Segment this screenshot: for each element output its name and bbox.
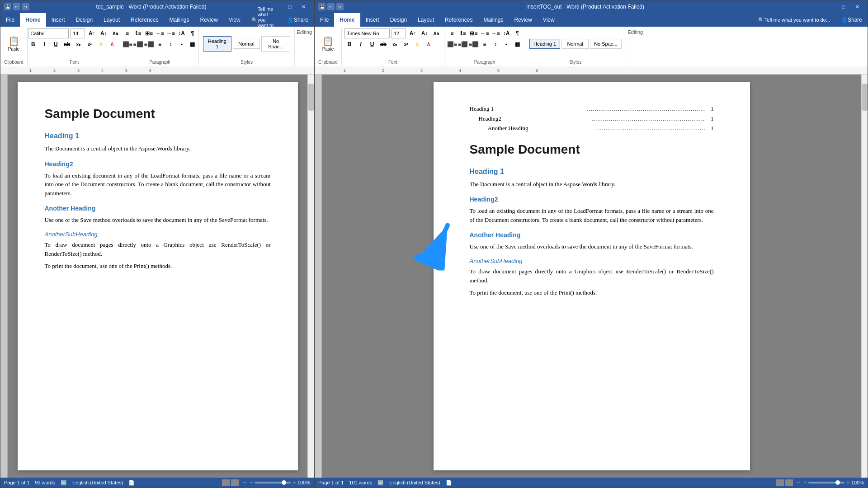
- right-scrollbar[interactable]: [861, 75, 868, 478]
- right-share-btn[interactable]: 👤 Share: [835, 13, 868, 27]
- left-view-print[interactable]: [213, 479, 221, 486]
- right-redo-icon[interactable]: ↪: [336, 3, 344, 10]
- left-bold-btn[interactable]: B: [28, 39, 38, 49]
- left-indent-decrease-btn[interactable]: ←≡: [155, 28, 165, 38]
- left-style-normal[interactable]: Normal: [233, 39, 260, 49]
- left-font-name-input[interactable]: [28, 28, 69, 38]
- undo-icon[interactable]: ↩: [13, 3, 20, 10]
- left-view-buttons[interactable]: [213, 479, 239, 486]
- left-scrollbar[interactable]: [307, 75, 314, 478]
- left-tab-file[interactable]: File: [0, 13, 20, 27]
- left-subscript-btn[interactable]: x₂: [73, 39, 83, 49]
- left-tab-mailings[interactable]: Mailings: [164, 13, 194, 27]
- right-close-btn[interactable]: ✕: [850, 0, 864, 13]
- right-align-left-btn[interactable]: ⬛≡: [447, 39, 457, 49]
- right-highlight-btn[interactable]: A: [412, 39, 422, 49]
- right-clear-format-btn[interactable]: Aa: [431, 28, 441, 38]
- save-icon[interactable]: 💾: [4, 3, 11, 10]
- left-tab-view[interactable]: View: [223, 13, 246, 27]
- right-font-grow-btn[interactable]: A↑: [408, 28, 418, 38]
- right-shading-btn[interactable]: ▪: [501, 39, 511, 49]
- left-tab-review[interactable]: Review: [194, 13, 223, 27]
- right-justify-btn[interactable]: ≡: [480, 39, 490, 49]
- left-underline-btn[interactable]: U: [51, 39, 61, 49]
- left-tab-home[interactable]: Home: [20, 13, 46, 27]
- right-title-icons[interactable]: 💾 ↩ ↪: [318, 3, 344, 10]
- left-strikethrough-btn[interactable]: ab: [62, 39, 72, 49]
- left-font-size-input[interactable]: [71, 28, 85, 38]
- left-font-shrink-btn[interactable]: A↓: [99, 28, 108, 38]
- left-style-heading1[interactable]: Heading 1: [203, 36, 231, 52]
- right-paste-btn[interactable]: 📋 Paste: [319, 34, 337, 53]
- right-font-shrink-btn[interactable]: A↓: [420, 28, 429, 38]
- right-superscript-btn[interactable]: x²: [401, 39, 411, 49]
- right-minimize-btn[interactable]: ─: [823, 0, 837, 13]
- left-title-icons[interactable]: 💾 ↩ ↪: [4, 3, 29, 10]
- left-close-btn[interactable]: ✕: [297, 0, 310, 13]
- right-tab-home[interactable]: Home: [334, 13, 360, 27]
- right-align-center-btn[interactable]: ≡⬛: [458, 39, 468, 49]
- right-save-icon[interactable]: 💾: [318, 3, 326, 10]
- right-multilevel-btn[interactable]: ⊞≡: [469, 28, 479, 38]
- left-italic-btn[interactable]: I: [39, 39, 49, 49]
- right-view-web[interactable]: [776, 479, 784, 486]
- left-align-right-btn[interactable]: ≡⬛: [144, 39, 154, 49]
- left-align-left-btn[interactable]: ⬛≡: [123, 39, 132, 49]
- right-zoom-plus[interactable]: +: [846, 480, 849, 485]
- left-font-grow-btn[interactable]: A↑: [87, 28, 97, 38]
- right-indent-decrease-btn[interactable]: ←≡: [480, 28, 490, 38]
- right-tab-view[interactable]: View: [538, 13, 560, 27]
- right-view-read[interactable]: [785, 479, 793, 486]
- left-zoom-slider[interactable]: [255, 482, 291, 483]
- right-doc-scroll-area[interactable]: Heading 1 ..............................…: [322, 75, 861, 478]
- left-align-center-btn[interactable]: ≡⬛: [133, 39, 143, 49]
- left-tab-insert[interactable]: Insert: [46, 13, 71, 27]
- right-style-normal[interactable]: Normal: [561, 39, 589, 49]
- left-zoom-plus[interactable]: +: [292, 480, 295, 485]
- right-tab-references[interactable]: References: [439, 13, 478, 27]
- left-borders-btn[interactable]: ▦: [188, 39, 198, 49]
- left-tab-layout[interactable]: Layout: [98, 13, 125, 27]
- right-style-heading1[interactable]: Heading 1: [529, 39, 560, 49]
- right-window-controls[interactable]: ─ □ ✕: [823, 0, 864, 13]
- left-restore-btn[interactable]: □: [283, 0, 297, 13]
- right-restore-btn[interactable]: □: [837, 0, 850, 13]
- left-bullets-btn[interactable]: ≡: [123, 28, 132, 38]
- right-bold-btn[interactable]: B: [344, 39, 354, 49]
- left-tab-references[interactable]: References: [125, 13, 164, 27]
- right-sort-btn[interactable]: ↕A: [501, 28, 511, 38]
- left-view-read[interactable]: [231, 479, 239, 486]
- right-view-print[interactable]: [767, 479, 775, 486]
- right-view-buttons[interactable]: [767, 479, 793, 486]
- left-numbering-btn[interactable]: 1≡: [133, 28, 143, 38]
- left-view-web[interactable]: [222, 479, 230, 486]
- left-multilevel-btn[interactable]: ⊞≡: [144, 28, 154, 38]
- left-tab-design[interactable]: Design: [71, 13, 98, 27]
- right-undo-icon[interactable]: ↩: [327, 3, 335, 10]
- left-doc-scroll-area[interactable]: Sample Document Heading 1 The Document i…: [8, 75, 307, 478]
- right-indent-increase-btn[interactable]: →≡: [491, 28, 500, 38]
- right-tell-me[interactable]: 🔍 Tell me what you want to do...: [753, 13, 835, 27]
- right-zoom-slider[interactable]: [808, 482, 844, 483]
- right-zoom-minus[interactable]: −: [804, 480, 807, 485]
- right-scroll-thumb[interactable]: [862, 84, 868, 111]
- right-bullets-btn[interactable]: ≡: [447, 28, 457, 38]
- left-pilcrow-btn[interactable]: ¶: [188, 28, 198, 38]
- right-borders-btn[interactable]: ▦: [512, 39, 522, 49]
- right-numbering-btn[interactable]: 1≡: [458, 28, 468, 38]
- right-font-size-input[interactable]: [392, 28, 406, 38]
- right-italic-btn[interactable]: I: [356, 39, 366, 49]
- left-sort-btn[interactable]: ↕A: [177, 28, 187, 38]
- right-font-color-btn[interactable]: A: [424, 39, 434, 49]
- left-justify-btn[interactable]: ≡: [155, 39, 165, 49]
- right-font-name-input[interactable]: [344, 28, 390, 38]
- left-shading-btn[interactable]: ▪: [177, 39, 187, 49]
- left-clear-format-btn[interactable]: Aa: [110, 28, 120, 38]
- right-pilcrow-btn[interactable]: ¶: [512, 28, 522, 38]
- right-tab-file[interactable]: File: [315, 13, 334, 27]
- right-tab-layout[interactable]: Layout: [412, 13, 439, 27]
- redo-icon[interactable]: ↪: [22, 3, 29, 10]
- left-tell-me[interactable]: 🔍 Tell me what you want to do...: [246, 13, 282, 27]
- right-style-nospace[interactable]: No Spac...: [590, 39, 621, 49]
- right-strikethrough-btn[interactable]: ab: [378, 39, 388, 49]
